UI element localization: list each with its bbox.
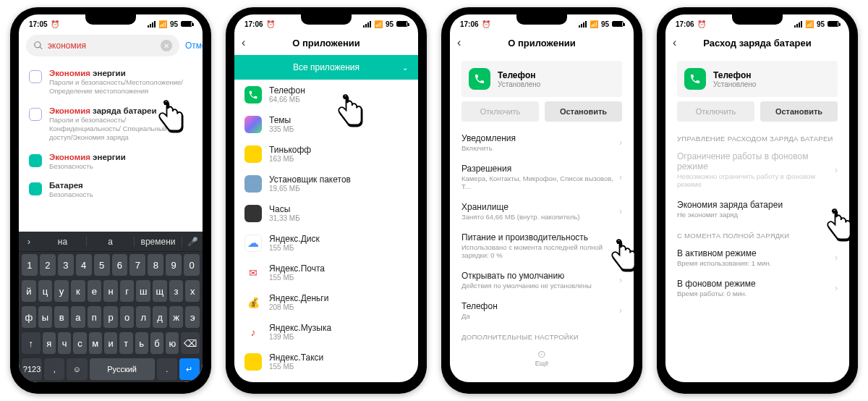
app-item[interactable]: Телефон64,66 МБ [234, 80, 418, 109]
key-з[interactable]: з [169, 280, 184, 302]
key-п[interactable]: п [88, 306, 102, 328]
key-1[interactable]: 1 [22, 254, 38, 276]
key-2[interactable]: 2 [40, 254, 56, 276]
key-emoji[interactable]: ☺ [67, 358, 87, 380]
app-status: Установлено [498, 80, 540, 88]
key-м[interactable]: м [89, 332, 102, 354]
app-item[interactable]: ☁Яндекс.Диск155 МБ [234, 228, 418, 258]
key-9[interactable]: 9 [166, 254, 182, 276]
key-к[interactable]: к [71, 280, 85, 302]
disable-button[interactable]: Отключить [677, 101, 754, 122]
key-б[interactable]: б [150, 332, 163, 354]
key-ч[interactable]: ч [58, 332, 71, 354]
setting-row[interactable]: ХранилищеЗанято 64,66 МБ (внутр. накопит… [450, 196, 634, 227]
apps-list[interactable]: Телефон64,66 МБТемы335 МБТинькофф163 МБУ… [234, 80, 418, 376]
result-item[interactable]: Экономия энергииБезопасность [19, 148, 203, 176]
key-щ[interactable]: щ [153, 280, 167, 302]
key-е[interactable]: е [88, 280, 102, 302]
key-и[interactable]: и [104, 332, 117, 354]
key-0[interactable]: 0 [184, 254, 200, 276]
cancel-link[interactable]: Отмена [185, 41, 203, 51]
result-item[interactable]: Экономия энергииПароли и безопасность/Ме… [19, 64, 203, 101]
key-ж[interactable]: ж [169, 306, 184, 328]
key-а[interactable]: а [71, 306, 85, 328]
result-item[interactable]: Экономия заряда батареиПароли и безопасн… [19, 101, 203, 148]
suggestion[interactable]: времени [135, 237, 182, 247]
setting-row[interactable]: РазрешенияКамера, Контакты, Микрофон, Сп… [450, 158, 634, 196]
key-ь[interactable]: ь [135, 332, 148, 354]
key-8[interactable]: 8 [148, 254, 163, 276]
app-item[interactable]: Установщик пакетов19,65 МБ [234, 169, 418, 198]
key-6[interactable]: 6 [112, 254, 128, 276]
key-р[interactable]: р [103, 306, 118, 328]
key-⌫[interactable]: ⌫ [181, 332, 200, 354]
result-item[interactable]: БатареяБезопасность [19, 176, 203, 204]
suggestion[interactable]: а [87, 237, 135, 247]
setting-row[interactable]: Открывать по умолчаниюДействия по умолча… [450, 265, 634, 295]
disable-button[interactable]: Отключить [461, 101, 539, 122]
stop-button[interactable]: Остановить [760, 101, 838, 122]
key-л[interactable]: л [136, 306, 150, 328]
search-field[interactable]: ✕ [26, 35, 179, 56]
key-↑[interactable]: ↑ [22, 332, 41, 354]
key-symbols[interactable]: ?123 [22, 358, 42, 380]
alarm-icon: ⏰ [697, 20, 706, 28]
app-item[interactable]: Яндекс.Такси155 МБ [234, 347, 418, 376]
app-item[interactable]: ✉Яндекс.Почта155 МБ [234, 258, 418, 287]
key-д[interactable]: д [153, 306, 167, 328]
back-icon[interactable]: ‹ [242, 36, 245, 49]
key-ы[interactable]: ы [38, 306, 53, 328]
clear-icon[interactable]: ✕ [161, 40, 172, 51]
key-5[interactable]: 5 [94, 254, 110, 276]
back-icon[interactable]: ‹ [673, 36, 676, 49]
key-г[interactable]: г [120, 280, 135, 302]
app-item[interactable]: Темы335 МБ [234, 109, 418, 139]
setting-row[interactable]: УведомленияВключить› [450, 127, 634, 158]
keyboard[interactable]: › на а времени 🎤 1234567890 йцукенгшщзх … [19, 232, 203, 382]
phone-3: 17:06⏰ 📶95 ‹ О приложении ТелефонУстанов… [441, 7, 642, 394]
key-у[interactable]: у [54, 280, 69, 302]
app-item[interactable]: Часы31,33 МБ [234, 198, 418, 228]
key-dot[interactable]: . [157, 358, 177, 380]
setting-battery-saver[interactable]: Экономия заряда батареиНе экономит заряд… [665, 194, 849, 224]
key-в[interactable]: в [54, 306, 69, 328]
setting-row[interactable]: Питание и производительностьИспользовано… [450, 227, 634, 265]
app-item[interactable]: ♪Яндекс.Музыка139 МБ [234, 317, 418, 347]
setting-row[interactable]: ТелефонДа› [450, 295, 634, 326]
key-т[interactable]: т [119, 332, 132, 354]
alarm-icon: ⏰ [266, 20, 275, 28]
key-с[interactable]: с [73, 332, 86, 354]
apps-filter-dropdown[interactable]: Все приложения ⌄ [234, 55, 418, 80]
search-input[interactable] [48, 41, 156, 51]
key-й[interactable]: й [22, 280, 36, 302]
chevron-right-icon: › [835, 204, 838, 214]
key-ф[interactable]: ф [22, 306, 36, 328]
key-7[interactable]: 7 [129, 254, 145, 276]
key-ш[interactable]: ш [136, 280, 150, 302]
chevron-right-icon: › [619, 241, 622, 251]
key-4[interactable]: 4 [76, 254, 92, 276]
key-ц[interactable]: ц [38, 280, 53, 302]
expand-icon[interactable]: › [19, 237, 39, 247]
key-х[interactable]: х [185, 280, 200, 302]
key-comma[interactable]: , [44, 358, 64, 380]
app-item[interactable]: Тинькофф163 МБ [234, 139, 418, 169]
key-э[interactable]: э [185, 306, 200, 328]
key-н[interactable]: н [103, 280, 118, 302]
key-ю[interactable]: ю [166, 332, 179, 354]
back-icon[interactable]: ‹ [457, 36, 461, 49]
suggestion[interactable]: на [39, 237, 87, 247]
more-button[interactable]: ⊙Ещё [450, 344, 634, 374]
mic-icon[interactable]: 🎤 [182, 237, 203, 247]
key-о[interactable]: о [120, 306, 135, 328]
setting-active-time[interactable]: В активном режимеВремя использования: 1 … [665, 242, 849, 273]
stop-button[interactable]: Остановить [545, 101, 622, 122]
setting-bg-restrict[interactable]: Ограничение работы в фоновом режимеНевоз… [665, 145, 849, 194]
key-3[interactable]: 3 [58, 254, 74, 276]
battery-pct: 95 [386, 20, 393, 28]
setting-bg-time[interactable]: В фоновом режимеВремя работы: 0 мин.› [665, 273, 849, 303]
app-item[interactable]: 💰Яндекс.Деньги208 МБ [234, 287, 418, 317]
key-enter[interactable]: ↵ [179, 358, 200, 380]
key-я[interactable]: я [43, 332, 56, 354]
key-space[interactable]: Русский [90, 358, 155, 380]
